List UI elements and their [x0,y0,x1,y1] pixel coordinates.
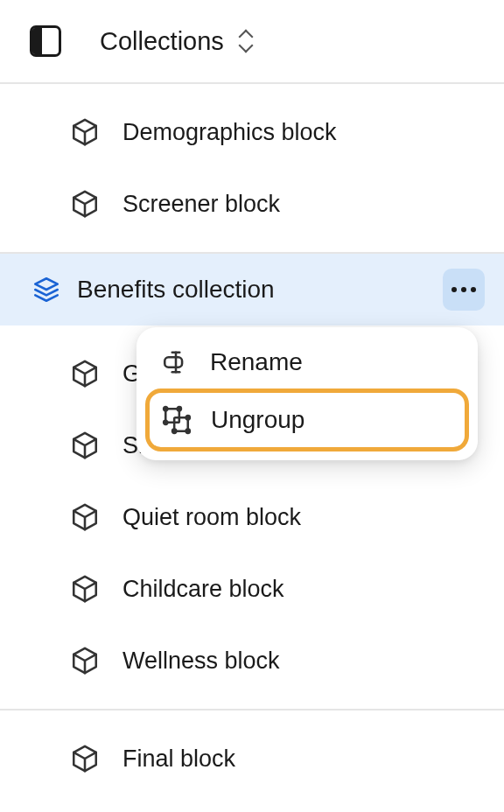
svg-point-8 [186,430,190,433]
collection-row[interactable]: Benefits collection [0,254,504,326]
block-icon [70,502,100,532]
list-item[interactable]: Demographics block [0,96,504,168]
menu-item-label: Ungroup [211,406,304,434]
menu-item-label: Rename [210,348,303,376]
list-item-label: Final block [122,746,235,773]
list-item-label: Quiet room block [122,504,301,531]
svg-point-3 [164,407,167,410]
block-icon [70,359,100,388]
menu-item-ungroup[interactable]: Ungroup [145,388,469,452]
list-item[interactable]: Wellness block [0,625,504,696]
ungroup-icon [162,405,192,435]
list-item[interactable]: Screener block [0,168,504,240]
svg-point-7 [172,430,176,433]
collection-label: Benefits collection [77,276,427,304]
collections-dropdown[interactable]: Collections [100,27,256,56]
rename-icon [161,347,191,377]
block-icon [70,744,100,774]
block-icon [70,574,100,604]
block-icon [70,430,100,460]
context-menu: Rename Ungroup [136,327,478,460]
svg-point-5 [164,421,167,424]
list-item-label: Wellness block [122,648,280,675]
list-item[interactable]: Childcare block [0,553,504,625]
block-icon [70,117,100,147]
svg-point-4 [178,407,181,410]
svg-rect-0 [164,357,182,367]
panel-toggle-icon[interactable] [30,25,61,57]
block-icon [70,646,100,676]
menu-item-rename[interactable]: Rename [145,336,469,388]
block-icon [70,189,100,219]
panel-header: Collections [0,0,504,82]
list-item[interactable]: Quiet room block [0,481,504,553]
divider [0,82,504,84]
divider [0,709,504,710]
list-item[interactable]: Final block [0,723,504,794]
sidebar-panel: Collections Demographics block [0,0,504,812]
list-item-label: Screener block [122,191,280,218]
header-title: Collections [100,27,224,56]
svg-point-6 [186,416,190,419]
collection-icon [32,275,61,304]
list-item-label: Demographics block [122,119,337,146]
list-item-label: Childcare block [122,576,284,603]
more-button[interactable] [443,269,485,311]
chevron-up-down-icon [236,30,256,52]
